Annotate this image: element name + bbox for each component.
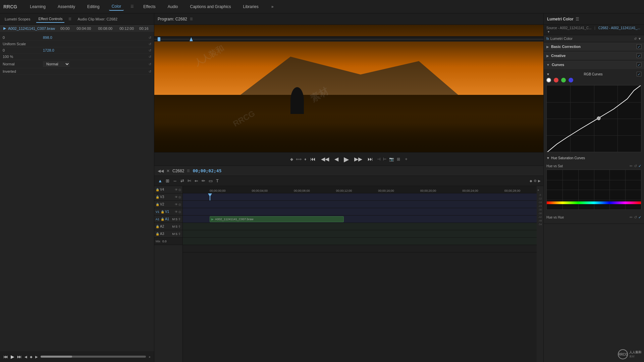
tool-rolling[interactable]: ⇄ (179, 177, 185, 184)
scrubber-handle[interactable] (158, 37, 160, 41)
ec-keyframe-left-icon[interactable]: ◀ (24, 355, 27, 359)
creative-header[interactable]: ▶ Creative ✓ (544, 51, 644, 60)
a1-s-btn[interactable]: S (175, 218, 177, 221)
nav-more-button[interactable]: » (271, 4, 274, 9)
tab-lumetri-scopes[interactable]: Lumetri Scopes (3, 16, 32, 22)
tl-rs-settings[interactable]: ● (537, 187, 543, 193)
curve-dot-green[interactable] (561, 78, 566, 82)
curves-checkbox[interactable]: ✓ (637, 62, 641, 67)
tl-render-icon[interactable]: ▶ (538, 179, 541, 183)
v3-target-icon[interactable]: ◎ (178, 195, 181, 199)
rgb-curves-toggle[interactable]: ▼ (546, 72, 550, 76)
a2-lock-icon[interactable]: 🔒 (156, 225, 159, 228)
ec-play-icon[interactable]: ▶ (11, 354, 14, 359)
v4-lock-icon[interactable]: 🔒 (156, 188, 159, 191)
ec-reset-inverted[interactable]: ↺ (149, 70, 151, 73)
lumetri-fx-dropdown[interactable]: ▼ (638, 37, 641, 41)
tool-slip[interactable]: ⇐ (194, 177, 199, 184)
pc-plus-icon[interactable]: + (405, 157, 408, 162)
lumetri-fx-reset[interactable]: ↺ (634, 37, 637, 41)
v1-eye-icon[interactable]: 👁 (175, 210, 178, 214)
pb-play-rev-icon[interactable]: ◀ (333, 155, 340, 164)
tab-effect-controls-menu[interactable]: ☰ (68, 17, 71, 21)
a3-m-btn[interactable]: M (172, 232, 175, 236)
hue-sat-pen-icon[interactable]: ✏ (630, 164, 633, 168)
tl-settings-icon[interactable]: ⚙ (534, 179, 537, 183)
lumetri-clip-dropdown[interactable]: ▼ (547, 30, 550, 34)
tool-text[interactable]: T (215, 177, 220, 184)
curve-dot-blue[interactable] (569, 78, 573, 82)
nav-audio[interactable]: Audio (165, 3, 181, 10)
hue-hue-check-icon[interactable]: ✓ (638, 215, 641, 220)
pb-goto-out-icon[interactable]: ⏭ (366, 155, 374, 164)
basic-correction-header[interactable]: ▶ Basic Correction ✓ (544, 42, 644, 51)
timeline-menu-icon[interactable]: ☰ (187, 169, 190, 173)
v4-eye-icon[interactable]: 👁 (175, 188, 178, 191)
a2-m-btn[interactable]: M (172, 225, 175, 228)
timeline-close-icon[interactable]: ✕ (166, 169, 170, 173)
nav-editing[interactable]: Editing (85, 3, 102, 10)
basic-correction-toggle[interactable]: ▶ (546, 45, 549, 49)
v3-eye-icon[interactable]: 👁 (175, 195, 178, 199)
tool-track-selection[interactable]: ⊞ (165, 177, 170, 184)
nav-assembly[interactable]: Assembly (55, 3, 78, 10)
nav-libraries[interactable]: Libraries (240, 3, 261, 10)
a3-lock-icon[interactable]: 🔒 (156, 232, 159, 236)
pc-camera-icon[interactable]: 📷 (389, 157, 394, 162)
v1-lock-icon[interactable]: 🔒 (161, 210, 164, 214)
ec-value-y[interactable]: 1728.0 (43, 48, 54, 52)
curves-header[interactable]: ▼ Curves ✓ (544, 60, 644, 69)
pb-play-icon[interactable]: ▶ (342, 154, 350, 165)
pc-in-icon[interactable]: ⊣ (377, 157, 380, 162)
program-menu-icon[interactable]: ☰ (190, 17, 193, 21)
tab-audio-clip-mixer[interactable]: Audio Clip Mixer: C2682 (75, 16, 119, 22)
a1-m-btn[interactable]: M (172, 218, 175, 221)
program-scrubber[interactable] (154, 36, 543, 42)
curves-toggle[interactable]: ▼ (546, 63, 550, 67)
pc-export-icon[interactable]: ⊞ (397, 157, 400, 162)
ec-step-fwd-icon[interactable]: ⏭ (17, 354, 22, 359)
a2-s-btn[interactable]: S (175, 225, 177, 228)
v3-lock-icon[interactable]: 🔒 (156, 195, 159, 199)
nav-captions[interactable]: Captions and Graphics (187, 3, 234, 10)
ec-step-back-icon[interactable]: ⏮ (3, 354, 8, 359)
v4-target-icon[interactable]: ◎ (178, 188, 181, 191)
tool-ripple[interactable]: ↔ (172, 177, 178, 184)
ec-value-x[interactable]: 898.0 (43, 36, 52, 40)
pb-step-back-icon[interactable]: ◀◀ (320, 155, 330, 164)
creative-checkbox[interactable]: ✓ (637, 53, 641, 58)
curve-dot-white[interactable] (546, 78, 551, 82)
hue-vs-sat-canvas[interactable] (546, 170, 641, 210)
ec-keyframe-right-icon[interactable]: ▶ (35, 355, 38, 359)
ec-reset-blend[interactable]: ↺ (149, 62, 151, 66)
basic-correction-checkbox[interactable]: ✓ (637, 44, 641, 49)
hue-hue-pen-icon[interactable]: ✏ (630, 215, 633, 220)
v2-eye-icon[interactable]: 👁 (175, 203, 178, 206)
creative-toggle[interactable]: ▶ (546, 54, 549, 58)
rgb-curve-canvas[interactable] (546, 85, 641, 152)
ec-blend-dropdown[interactable]: Normal (43, 61, 70, 67)
a1-lock-icon[interactable]: 🔒 (161, 218, 164, 221)
tool-rect[interactable]: ▭ (208, 177, 214, 184)
lumetri-clip-label[interactable]: C2682 - A002_11241141_... (598, 26, 640, 30)
a3-s-btn[interactable]: S (175, 232, 177, 236)
tool-razor[interactable]: ✄ (186, 177, 192, 184)
ec-play-icon[interactable]: ▶ (3, 26, 6, 31)
ec-scrubber-bar[interactable] (41, 356, 146, 358)
v2-lock-icon[interactable]: 🔒 (156, 203, 159, 206)
nav-effects[interactable]: Effects (141, 3, 158, 10)
nav-learning[interactable]: Learning (27, 3, 48, 10)
ec-keyframe-icon[interactable]: ◆ (30, 355, 33, 359)
pb-goto-in-icon[interactable]: ⏮ (309, 155, 317, 164)
nav-color[interactable]: Color (109, 3, 124, 11)
video-clip[interactable]: ▶ A002_11241141_C007.braw (210, 216, 344, 222)
tab-effect-controls[interactable]: Effect Controls (36, 15, 64, 23)
hue-sat-reset-icon[interactable]: ↺ (634, 164, 637, 168)
ec-reset-opacity[interactable]: ↺ (149, 55, 151, 59)
v1-toggle[interactable]: V1 (156, 210, 159, 214)
hue-hue-reset-icon[interactable]: ↺ (634, 215, 637, 220)
pc-out-icon[interactable]: ⊢ (383, 157, 386, 162)
curve-dot-red[interactable] (554, 78, 558, 82)
ec-reset-uniform[interactable]: ↺ (149, 42, 151, 46)
a1-toggle[interactable]: A1 (156, 218, 159, 221)
